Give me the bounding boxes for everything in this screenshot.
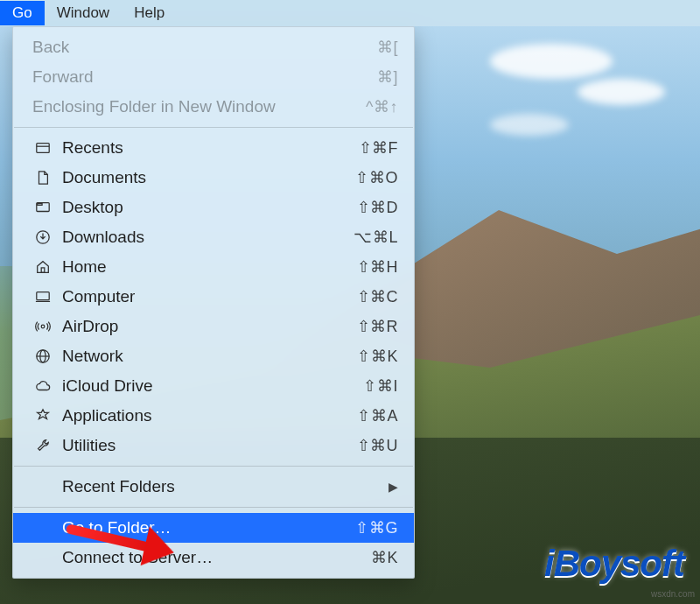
menu-label: Recents [62,138,359,158]
menu-item-computer[interactable]: Computer ⇧⌘C [13,282,414,312]
menu-shortcut: ⇧⌘A [357,406,398,425]
menu-item-airdrop[interactable]: AirDrop ⇧⌘R [13,312,414,341]
menu-item-downloads[interactable]: Downloads ⌥⌘L [13,222,414,252]
menu-label: Network [62,347,357,366]
menu-label: Home [62,257,357,277]
menu-label: Enclosing Folder in New Window [32,97,366,116]
icloud-icon [32,377,53,395]
menu-label: Computer [62,287,357,306]
computer-icon [32,288,53,306]
menu-item-home[interactable]: Home ⇧⌘H [13,252,414,282]
menu-label: Documents [62,168,355,187]
home-icon [32,258,53,276]
menu-shortcut: ⇧⌘O [355,168,398,187]
menu-shortcut: ⇧⌘C [357,287,399,306]
menu-shortcut: ⌘K [371,548,398,567]
menu-separator [14,507,413,508]
menu-shortcut: ⇧⌘G [355,518,398,537]
desktop-icon [32,199,53,216]
menu-item-documents[interactable]: Documents ⇧⌘O [13,163,414,193]
menu-label: Forward [32,67,377,87]
menu-item-enclosing-folder: Enclosing Folder in New Window ^⌘↑ [13,92,414,122]
menu-item-applications[interactable]: Applications ⇧⌘A [13,401,414,431]
recents-icon [32,139,53,157]
airdrop-icon [32,318,53,335]
menu-separator [14,466,413,467]
menu-item-recents[interactable]: Recents ⇧⌘F [13,133,414,163]
menu-shortcut: ⇧⌘H [357,257,399,277]
menu-item-recent-folders[interactable]: Recent Folders ▶ [13,472,414,502]
watermark-small: wsxdn.com [651,589,695,599]
svg-rect-3 [38,204,42,206]
menu-item-icloud[interactable]: iCloud Drive ⇧⌘I [13,371,414,401]
svg-rect-0 [37,144,49,153]
submenu-arrow-icon: ▶ [388,480,398,494]
menu-label: Utilities [62,436,357,455]
menu-shortcut: ⇧⌘D [357,198,399,217]
menubar-item-go[interactable]: Go [0,1,45,25]
menu-label: Recent Folders [62,477,388,496]
menu-shortcut: ⇧⌘U [357,436,399,455]
menu-label: Desktop [62,198,357,217]
menu-item-desktop[interactable]: Desktop ⇧⌘D [13,193,414,222]
menu-item-network[interactable]: Network ⇧⌘K [13,341,414,371]
menu-item-back: Back ⌘[ [13,32,414,62]
menubar-item-help[interactable]: Help [122,1,177,25]
downloads-icon [32,228,53,246]
menu-shortcut: ⇧⌘K [357,347,398,366]
documents-icon [32,169,53,186]
menu-label: iCloud Drive [62,376,363,396]
menu-item-connect-to-server[interactable]: Connect to Server… ⌘K [13,543,414,572]
menu-label: Applications [62,406,357,425]
menu-shortcut: ^⌘↑ [366,97,398,116]
menu-label: Go to Folder… [62,518,355,537]
menu-shortcut: ⌘] [377,67,398,87]
menu-separator [14,127,413,128]
svg-rect-5 [41,268,45,272]
menubar-item-window[interactable]: Window [45,1,122,25]
svg-point-8 [41,325,45,328]
menu-shortcut: ⇧⌘F [359,138,399,158]
menu-shortcut: ⇧⌘I [363,376,398,396]
menu-label: Connect to Server… [62,548,371,567]
menu-label: AirDrop [62,317,357,336]
menu-shortcut: ⌥⌘L [354,228,398,247]
applications-icon [32,407,53,425]
menubar: Go Window Help [0,0,700,26]
menu-item-utilities[interactable]: Utilities ⇧⌘U [13,431,414,460]
menu-shortcut: ⌘[ [377,38,398,57]
menu-item-go-to-folder[interactable]: Go to Folder… ⇧⌘G [13,513,414,543]
menu-item-forward: Forward ⌘] [13,62,414,92]
watermark-logo: iBoysoft [544,543,684,585]
menu-shortcut: ⇧⌘R [357,317,399,336]
go-menu-dropdown: Back ⌘[ Forward ⌘] Enclosing Folder in N… [12,26,415,579]
watermark-text: iBoysoft [544,543,684,584]
utilities-icon [32,437,53,454]
svg-rect-6 [37,292,49,300]
network-icon [32,348,53,365]
menu-label: Downloads [62,228,354,247]
menu-label: Back [32,38,377,57]
